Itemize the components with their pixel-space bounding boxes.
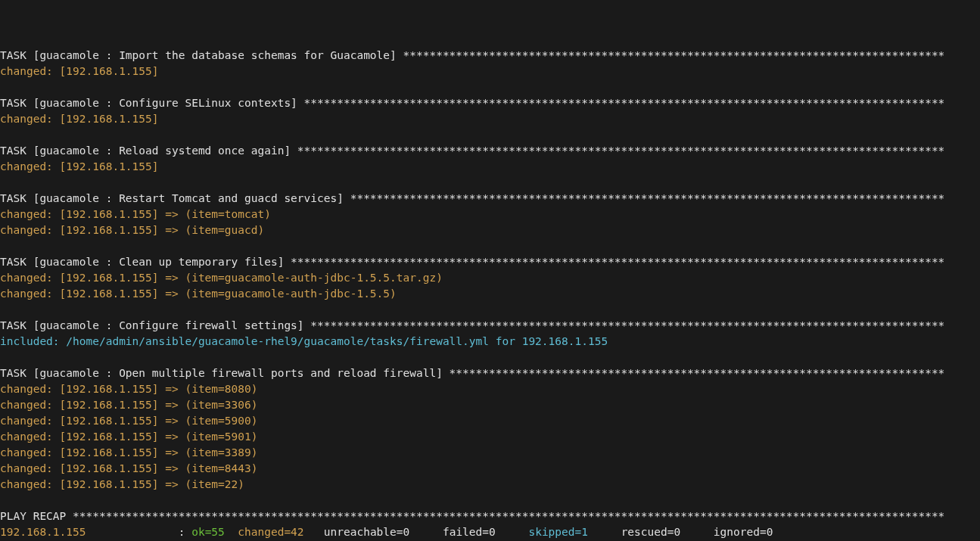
task-title: TASK [guacamole : Reload systemd once ag…: [0, 145, 944, 157]
recap-failed: failed=0: [443, 526, 529, 538]
task-result: changed: [192.168.1.155] => (item=8443): [0, 461, 980, 477]
task-result: changed: [192.168.1.155] => (item=guacam…: [0, 286, 980, 302]
task-header: TASK [guacamole : Restart Tomcat and gua…: [0, 191, 980, 207]
play-recap-header: PLAY RECAP *****************************…: [0, 508, 980, 524]
result-text: changed: [192.168.1.155]: [0, 65, 159, 77]
included-path: included: /home/admin/ansible/guacamole-…: [0, 335, 608, 347]
task-included: included: /home/admin/ansible/guacamole-…: [0, 334, 980, 350]
task-header: TASK [guacamole : Reload systemd once ag…: [0, 143, 980, 159]
result-text: changed: [192.168.1.155] => (item=22): [0, 478, 244, 490]
task-header: TASK [guacamole : Configure firewall set…: [0, 318, 980, 334]
recap-rescued: rescued=0: [621, 526, 714, 538]
task-title: TASK [guacamole : Open multiple firewall…: [0, 367, 944, 379]
recap-title: PLAY RECAP *****************************…: [0, 510, 944, 522]
task-result: changed: [192.168.1.155] => (item=8080): [0, 381, 980, 397]
result-text: changed: [192.168.1.155] => (item=tomcat…: [0, 208, 271, 220]
task-result: changed: [192.168.1.155] => (item=guacd): [0, 222, 980, 238]
result-text: changed: [192.168.1.155] => (item=8080): [0, 383, 257, 395]
result-text: changed: [192.168.1.155] => (item=5900): [0, 415, 257, 427]
task-result: changed: [192.168.1.155] => (item=5900): [0, 413, 980, 429]
result-text: changed: [192.168.1.155] => (item=3306): [0, 399, 257, 411]
task-header: TASK [guacamole : Clean up temporary fil…: [0, 254, 980, 270]
task-result: changed: [192.168.1.155] => (item=5901): [0, 429, 980, 445]
task-result: changed: [192.168.1.155]: [0, 159, 980, 175]
task-result: changed: [192.168.1.155] => (item=3389): [0, 445, 980, 461]
result-text: changed: [192.168.1.155] => (item=8443): [0, 462, 257, 474]
recap-unreachable: unreachable=0: [324, 526, 443, 538]
task-title: TASK [guacamole : Configure firewall set…: [0, 319, 944, 331]
play-recap-row: 192.168.1.155 : ok=55 changed=42 unreach…: [0, 524, 980, 540]
task-header: TASK [guacamole : Open multiple firewall…: [0, 365, 980, 381]
result-text: changed: [192.168.1.155] => (item=5901): [0, 431, 257, 443]
task-title: TASK [guacamole : Restart Tomcat and gua…: [0, 192, 944, 204]
task-title: TASK [guacamole : Configure SELinux cont…: [0, 97, 944, 109]
task-result: changed: [192.168.1.155] => (item=3306): [0, 397, 980, 413]
recap-host: 192.168.1.155: [0, 526, 179, 538]
recap-ignored: ignored=0: [714, 526, 773, 538]
result-text: changed: [192.168.1.155]: [0, 160, 159, 173]
task-header: TASK [guacamole : Configure SELinux cont…: [0, 95, 980, 111]
terminal-output: TASK [guacamole : Import the database sc…: [0, 48, 980, 540]
task-result: changed: [192.168.1.155] => (item=tomcat…: [0, 207, 980, 222]
recap-skipped: skipped=1: [528, 526, 621, 538]
result-text: changed: [192.168.1.155] => (item=guacd): [0, 224, 264, 236]
task-result: changed: [192.168.1.155] => (item=22): [0, 477, 980, 493]
result-text: changed: [192.168.1.155]: [0, 113, 159, 125]
recap-changed: changed=42: [238, 526, 324, 538]
recap-ok: ok=55: [191, 526, 238, 538]
result-text: changed: [192.168.1.155] => (item=3389): [0, 446, 257, 459]
result-text: changed: [192.168.1.155] => (item=guacam…: [0, 272, 443, 284]
task-title: TASK [guacamole : Import the database sc…: [0, 49, 944, 61]
task-result: changed: [192.168.1.155] => (item=guacam…: [0, 270, 980, 286]
task-header: TASK [guacamole : Import the database sc…: [0, 48, 980, 64]
task-result: changed: [192.168.1.155]: [0, 111, 980, 127]
task-result: changed: [192.168.1.155]: [0, 64, 980, 79]
result-text: changed: [192.168.1.155] => (item=guacam…: [0, 288, 397, 300]
task-title: TASK [guacamole : Clean up temporary fil…: [0, 256, 944, 268]
